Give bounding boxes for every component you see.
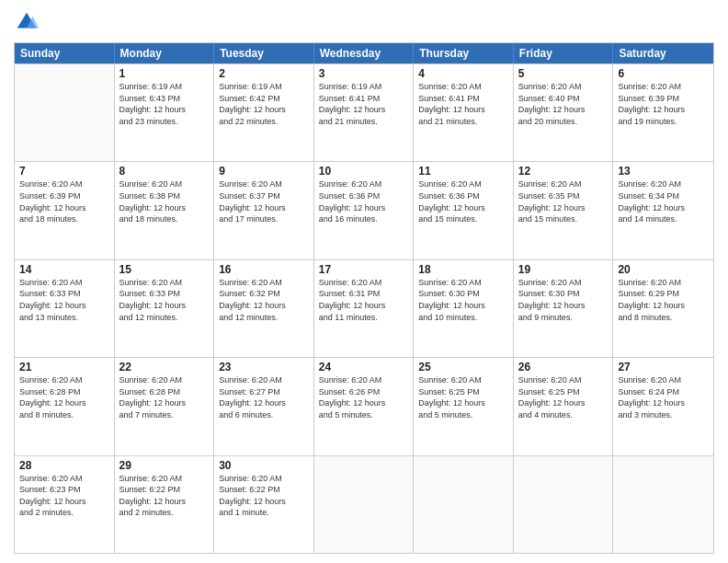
day-header-tuesday: Tuesday bbox=[214, 43, 314, 63]
day-number: 20 bbox=[618, 263, 709, 276]
day-cell-21: 21Sunrise: 6:20 AM Sunset: 6:28 PM Dayli… bbox=[15, 358, 115, 454]
empty-cell bbox=[514, 456, 614, 553]
day-cell-4: 4Sunrise: 6:20 AM Sunset: 6:41 PM Daylig… bbox=[414, 64, 514, 161]
day-info: Sunrise: 6:20 AM Sunset: 6:30 PM Dayligh… bbox=[418, 277, 508, 323]
day-number: 13 bbox=[618, 165, 709, 178]
day-info: Sunrise: 6:20 AM Sunset: 6:27 PM Dayligh… bbox=[219, 374, 309, 420]
day-cell-27: 27Sunrise: 6:20 AM Sunset: 6:24 PM Dayli… bbox=[613, 358, 713, 454]
empty-cell bbox=[414, 456, 514, 553]
day-info: Sunrise: 6:20 AM Sunset: 6:24 PM Dayligh… bbox=[618, 374, 709, 420]
day-number: 23 bbox=[219, 361, 309, 373]
day-number: 4 bbox=[418, 67, 508, 80]
day-number: 29 bbox=[119, 459, 210, 472]
empty-cell bbox=[314, 456, 415, 553]
calendar-week-1: 1Sunrise: 6:19 AM Sunset: 6:43 PM Daylig… bbox=[15, 63, 713, 161]
day-cell-14: 14Sunrise: 6:20 AM Sunset: 6:33 PM Dayli… bbox=[15, 260, 115, 357]
day-number: 16 bbox=[219, 263, 309, 276]
day-number: 10 bbox=[319, 165, 409, 178]
calendar-week-5: 28Sunrise: 6:20 AM Sunset: 6:23 PM Dayli… bbox=[15, 455, 713, 553]
day-number: 27 bbox=[618, 361, 709, 373]
day-cell-22: 22Sunrise: 6:20 AM Sunset: 6:28 PM Dayli… bbox=[115, 358, 215, 454]
day-cell-5: 5Sunrise: 6:20 AM Sunset: 6:40 PM Daylig… bbox=[514, 64, 614, 161]
day-header-thursday: Thursday bbox=[414, 43, 514, 63]
empty-cell bbox=[15, 64, 115, 161]
day-cell-12: 12Sunrise: 6:20 AM Sunset: 6:35 PM Dayli… bbox=[514, 162, 614, 259]
day-cell-15: 15Sunrise: 6:20 AM Sunset: 6:33 PM Dayli… bbox=[115, 260, 215, 357]
day-info: Sunrise: 6:20 AM Sunset: 6:22 PM Dayligh… bbox=[219, 473, 309, 519]
day-cell-29: 29Sunrise: 6:20 AM Sunset: 6:22 PM Dayli… bbox=[115, 456, 215, 553]
day-number: 5 bbox=[518, 67, 609, 80]
day-number: 3 bbox=[319, 67, 409, 80]
day-number: 8 bbox=[119, 165, 210, 178]
day-info: Sunrise: 6:20 AM Sunset: 6:35 PM Dayligh… bbox=[518, 178, 609, 224]
day-cell-23: 23Sunrise: 6:20 AM Sunset: 6:27 PM Dayli… bbox=[214, 358, 314, 454]
day-number: 25 bbox=[418, 361, 508, 373]
day-header-wednesday: Wednesday bbox=[314, 43, 415, 63]
day-number: 12 bbox=[518, 165, 609, 178]
day-info: Sunrise: 6:20 AM Sunset: 6:32 PM Dayligh… bbox=[219, 277, 309, 323]
day-info: Sunrise: 6:20 AM Sunset: 6:25 PM Dayligh… bbox=[518, 374, 609, 420]
day-info: Sunrise: 6:20 AM Sunset: 6:36 PM Dayligh… bbox=[319, 178, 409, 224]
calendar-week-3: 14Sunrise: 6:20 AM Sunset: 6:33 PM Dayli… bbox=[15, 259, 713, 357]
day-header-friday: Friday bbox=[514, 43, 614, 63]
calendar-week-4: 21Sunrise: 6:20 AM Sunset: 6:28 PM Dayli… bbox=[15, 357, 713, 454]
day-header-sunday: Sunday bbox=[15, 43, 115, 63]
day-info: Sunrise: 6:20 AM Sunset: 6:37 PM Dayligh… bbox=[219, 178, 309, 224]
day-cell-6: 6Sunrise: 6:20 AM Sunset: 6:39 PM Daylig… bbox=[613, 64, 713, 161]
day-info: Sunrise: 6:20 AM Sunset: 6:33 PM Dayligh… bbox=[19, 277, 109, 323]
day-number: 30 bbox=[219, 459, 309, 472]
day-info: Sunrise: 6:20 AM Sunset: 6:28 PM Dayligh… bbox=[119, 374, 210, 420]
day-cell-20: 20Sunrise: 6:20 AM Sunset: 6:29 PM Dayli… bbox=[613, 260, 713, 357]
day-cell-24: 24Sunrise: 6:20 AM Sunset: 6:26 PM Dayli… bbox=[314, 358, 415, 454]
day-cell-8: 8Sunrise: 6:20 AM Sunset: 6:38 PM Daylig… bbox=[115, 162, 215, 259]
day-number: 19 bbox=[518, 263, 609, 276]
day-cell-17: 17Sunrise: 6:20 AM Sunset: 6:31 PM Dayli… bbox=[314, 260, 415, 357]
day-number: 22 bbox=[119, 361, 210, 373]
calendar-body: 1Sunrise: 6:19 AM Sunset: 6:43 PM Daylig… bbox=[15, 63, 713, 553]
day-number: 6 bbox=[618, 67, 709, 80]
day-number: 7 bbox=[19, 165, 109, 178]
day-cell-16: 16Sunrise: 6:20 AM Sunset: 6:32 PM Dayli… bbox=[214, 260, 314, 357]
day-number: 9 bbox=[219, 165, 309, 178]
day-number: 21 bbox=[19, 361, 109, 373]
day-info: Sunrise: 6:20 AM Sunset: 6:29 PM Dayligh… bbox=[618, 277, 709, 323]
day-info: Sunrise: 6:20 AM Sunset: 6:31 PM Dayligh… bbox=[319, 277, 409, 323]
day-cell-3: 3Sunrise: 6:19 AM Sunset: 6:41 PM Daylig… bbox=[314, 64, 415, 161]
day-cell-11: 11Sunrise: 6:20 AM Sunset: 6:36 PM Dayli… bbox=[414, 162, 514, 259]
day-info: Sunrise: 6:20 AM Sunset: 6:41 PM Dayligh… bbox=[418, 81, 508, 127]
day-cell-10: 10Sunrise: 6:20 AM Sunset: 6:36 PM Dayli… bbox=[314, 162, 415, 259]
day-cell-2: 2Sunrise: 6:19 AM Sunset: 6:42 PM Daylig… bbox=[214, 64, 314, 161]
day-number: 2 bbox=[219, 67, 309, 80]
day-info: Sunrise: 6:20 AM Sunset: 6:25 PM Dayligh… bbox=[418, 374, 508, 420]
day-number: 26 bbox=[518, 361, 609, 373]
day-cell-25: 25Sunrise: 6:20 AM Sunset: 6:25 PM Dayli… bbox=[414, 358, 514, 454]
day-number: 24 bbox=[319, 361, 409, 373]
day-cell-7: 7Sunrise: 6:20 AM Sunset: 6:39 PM Daylig… bbox=[15, 162, 115, 259]
day-info: Sunrise: 6:20 AM Sunset: 6:28 PM Dayligh… bbox=[19, 374, 109, 420]
day-header-monday: Monday bbox=[115, 43, 215, 63]
day-info: Sunrise: 6:19 AM Sunset: 6:42 PM Dayligh… bbox=[219, 81, 309, 127]
day-info: Sunrise: 6:19 AM Sunset: 6:41 PM Dayligh… bbox=[319, 81, 409, 127]
day-info: Sunrise: 6:20 AM Sunset: 6:39 PM Dayligh… bbox=[19, 178, 109, 224]
day-cell-19: 19Sunrise: 6:20 AM Sunset: 6:30 PM Dayli… bbox=[514, 260, 614, 357]
logo-icon bbox=[14, 9, 40, 35]
day-info: Sunrise: 6:20 AM Sunset: 6:39 PM Dayligh… bbox=[618, 81, 709, 127]
day-info: Sunrise: 6:20 AM Sunset: 6:34 PM Dayligh… bbox=[618, 178, 709, 224]
day-info: Sunrise: 6:20 AM Sunset: 6:30 PM Dayligh… bbox=[518, 277, 609, 323]
day-cell-9: 9Sunrise: 6:20 AM Sunset: 6:37 PM Daylig… bbox=[214, 162, 314, 259]
day-info: Sunrise: 6:20 AM Sunset: 6:33 PM Dayligh… bbox=[119, 277, 210, 323]
empty-cell bbox=[613, 456, 713, 553]
day-header-saturday: Saturday bbox=[613, 43, 713, 63]
page: SundayMondayTuesdayWednesdayThursdayFrid… bbox=[0, 0, 728, 563]
day-info: Sunrise: 6:20 AM Sunset: 6:26 PM Dayligh… bbox=[319, 374, 409, 420]
calendar: SundayMondayTuesdayWednesdayThursdayFrid… bbox=[14, 42, 714, 554]
day-cell-18: 18Sunrise: 6:20 AM Sunset: 6:30 PM Dayli… bbox=[414, 260, 514, 357]
header bbox=[14, 9, 714, 35]
day-cell-26: 26Sunrise: 6:20 AM Sunset: 6:25 PM Dayli… bbox=[514, 358, 614, 454]
day-cell-28: 28Sunrise: 6:20 AM Sunset: 6:23 PM Dayli… bbox=[15, 456, 115, 553]
day-number: 18 bbox=[418, 263, 508, 276]
day-info: Sunrise: 6:20 AM Sunset: 6:36 PM Dayligh… bbox=[418, 178, 508, 224]
day-number: 17 bbox=[319, 263, 409, 276]
day-info: Sunrise: 6:20 AM Sunset: 6:23 PM Dayligh… bbox=[19, 473, 109, 519]
day-info: Sunrise: 6:20 AM Sunset: 6:22 PM Dayligh… bbox=[119, 473, 210, 519]
